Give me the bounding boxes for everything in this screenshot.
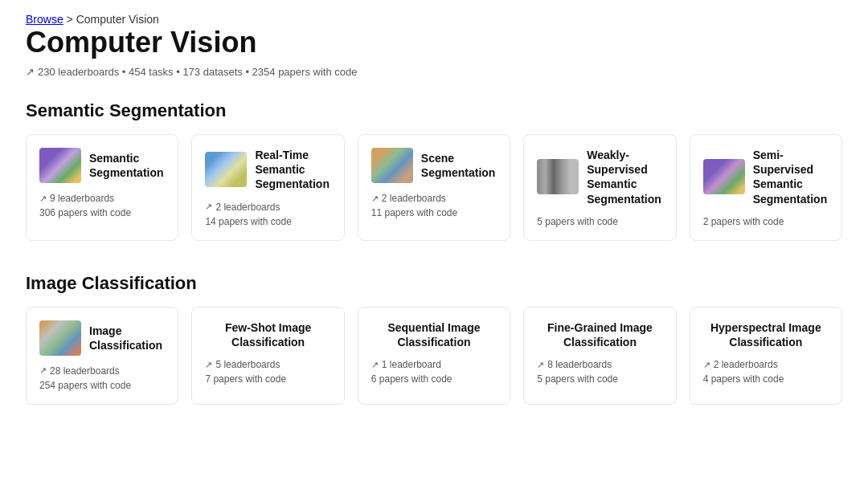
browse-link[interactable]: Browse xyxy=(26,13,63,26)
card-thumb-scene-seg xyxy=(371,148,413,183)
card-leaderboards-hyperspectral: ↗ 2 leaderboards xyxy=(703,359,829,370)
card-semantic-seg[interactable]: Semantic Segmentation↗ 9 leaderboards306… xyxy=(26,134,178,241)
card-header-img-cls: Image Classification xyxy=(39,320,165,356)
page-title: Computer Vision xyxy=(26,26,842,59)
card-papers-realtime-semantic: 14 papers with code xyxy=(205,216,330,227)
leaderboard-icon: ↗ xyxy=(205,202,212,212)
stats-text: 230 leaderboards • 454 tasks • 173 datas… xyxy=(38,66,357,78)
card-thumb-realtime-semantic xyxy=(205,152,247,187)
leaderboard-icon: ↗ xyxy=(371,360,379,370)
card-header-semantic-seg: Semantic Segmentation xyxy=(39,148,165,183)
card-header-semi-supervised: Semi-Supervised Semantic Segmentation xyxy=(703,148,829,206)
card-header-hyperspectral: Hyperspectral Image Classification xyxy=(703,320,829,349)
card-leaderboards-few-shot: ↗ 5 leaderboards xyxy=(205,359,330,370)
card-title-semi-supervised: Semi-Supervised Semantic Segmentation xyxy=(753,148,829,206)
card-title-scene-seg: Scene Segmentation xyxy=(421,151,497,180)
card-title-hyperspectral: Hyperspectral Image Classification xyxy=(703,320,829,349)
card-papers-hyperspectral: 4 papers with code xyxy=(703,373,829,385)
breadcrumb-current: Computer Vision xyxy=(76,13,159,26)
card-thumb-semi-supervised xyxy=(703,159,745,194)
card-few-shot[interactable]: Few-Shot Image Classification↗ 5 leaderb… xyxy=(191,307,344,405)
leaderboard-icon: ↗ xyxy=(39,194,47,204)
card-header-sequential: Sequential Image Classification xyxy=(371,320,497,349)
section-semantic-segmentation: Semantic SegmentationSemantic Segmentati… xyxy=(26,100,842,241)
card-leaderboards-realtime-semantic: ↗ 2 leaderboards xyxy=(205,202,330,213)
card-papers-img-cls: 254 papers with code xyxy=(39,380,165,391)
card-papers-fine-grained: 5 papers with code xyxy=(537,373,662,385)
card-header-realtime-semantic: Real-Time Semantic Segmentation xyxy=(205,148,330,192)
card-fine-grained[interactable]: Fine-Grained Image Classification↗ 8 lea… xyxy=(523,307,676,405)
card-thumb-img-cls xyxy=(39,320,81,356)
card-leaderboards-sequential: ↗ 1 leaderboard xyxy=(371,359,497,370)
leaderboard-icon: ↗ xyxy=(205,360,212,370)
card-semi-supervised[interactable]: Semi-Supervised Semantic Segmentation2 p… xyxy=(690,134,842,241)
leaderboard-icon: ↗ xyxy=(39,365,47,376)
leaderboard-icon: ↗ xyxy=(703,360,710,370)
card-title-sequential: Sequential Image Classification xyxy=(371,320,497,349)
card-sequential[interactable]: Sequential Image Classification↗ 1 leade… xyxy=(358,307,510,405)
card-title-fine-grained: Fine-Grained Image Classification xyxy=(537,320,662,349)
chart-icon: ↗ xyxy=(26,66,35,78)
section-title-semantic-segmentation: Semantic Segmentation xyxy=(26,100,842,121)
card-hyperspectral[interactable]: Hyperspectral Image Classification↗ 2 le… xyxy=(690,307,842,405)
card-title-realtime-semantic: Real-Time Semantic Segmentation xyxy=(255,148,330,192)
card-papers-sequential: 6 papers with code xyxy=(371,373,497,385)
card-header-scene-seg: Scene Segmentation xyxy=(371,148,497,183)
card-header-weakly-supervised: Weakly-Supervised Semantic Segmentation xyxy=(537,148,662,206)
card-papers-semi-supervised: 2 papers with code xyxy=(703,216,829,227)
card-leaderboards-scene-seg: ↗ 2 leaderboards xyxy=(371,193,497,204)
card-scene-seg[interactable]: Scene Segmentation↗ 2 leaderboards11 pap… xyxy=(358,134,510,241)
card-title-few-shot: Few-Shot Image Classification xyxy=(205,320,330,349)
card-img-cls[interactable]: Image Classification↗ 28 leaderboards254… xyxy=(26,307,178,405)
card-title-weakly-supervised: Weakly-Supervised Semantic Segmentation xyxy=(587,148,662,206)
breadcrumb: Browse > Computer Vision xyxy=(26,13,842,26)
card-thumb-semantic-seg xyxy=(39,148,81,183)
card-papers-semantic-seg: 306 papers with code xyxy=(39,207,165,218)
card-weakly-supervised[interactable]: Weakly-Supervised Semantic Segmentation5… xyxy=(523,134,676,241)
section-image-classification: Image ClassificationImage Classification… xyxy=(26,273,842,405)
card-papers-scene-seg: 11 papers with code xyxy=(371,207,497,218)
cards-row-semantic-segmentation: Semantic Segmentation↗ 9 leaderboards306… xyxy=(26,134,842,241)
card-leaderboards-semantic-seg: ↗ 9 leaderboards xyxy=(39,193,165,204)
card-header-fine-grained: Fine-Grained Image Classification xyxy=(537,320,662,349)
card-realtime-semantic[interactable]: Real-Time Semantic Segmentation↗ 2 leade… xyxy=(191,134,344,241)
card-thumb-weakly-supervised xyxy=(537,159,579,194)
card-papers-weakly-supervised: 5 papers with code xyxy=(537,216,662,227)
card-leaderboards-img-cls: ↗ 28 leaderboards xyxy=(39,365,165,377)
card-title-semantic-seg: Semantic Segmentation xyxy=(89,151,165,180)
card-leaderboards-fine-grained: ↗ 8 leaderboards xyxy=(537,359,662,370)
leaderboard-icon: ↗ xyxy=(371,194,379,204)
breadcrumb-separator: > xyxy=(63,13,76,26)
card-title-img-cls: Image Classification xyxy=(89,324,165,353)
card-header-few-shot: Few-Shot Image Classification xyxy=(205,320,330,349)
card-papers-few-shot: 7 papers with code xyxy=(205,373,330,385)
stats-bar: ↗ 230 leaderboards • 454 tasks • 173 dat… xyxy=(26,66,842,78)
section-title-image-classification: Image Classification xyxy=(26,273,842,294)
leaderboard-icon: ↗ xyxy=(537,360,544,370)
cards-row-image-classification: Image Classification↗ 28 leaderboards254… xyxy=(26,307,842,405)
